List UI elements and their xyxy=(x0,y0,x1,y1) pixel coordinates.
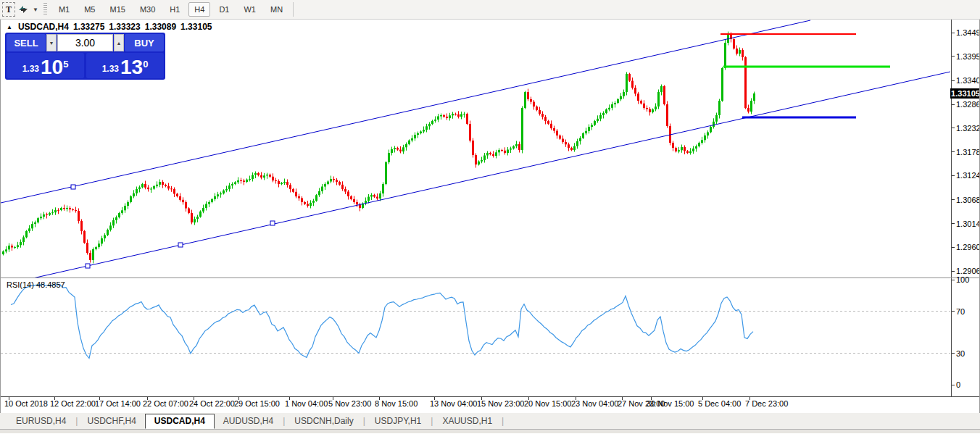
time-axis-label: 20 Nov 15:00 xyxy=(524,399,571,408)
rsi-tick-label: 30 xyxy=(956,349,965,358)
timeframe-button-w1[interactable]: W1 xyxy=(238,2,262,17)
time-axis-label: 15 Nov 23:00 xyxy=(477,399,524,408)
time-axis-label: 7 Dec 23:00 xyxy=(745,399,788,408)
quote-close: 1.33105 xyxy=(180,22,212,32)
price-tick-label: 1.34495 xyxy=(956,28,980,37)
price-tick-mark xyxy=(952,56,955,57)
sell-price-point: 5 xyxy=(63,59,68,70)
rsi-tick-label: 0 xyxy=(956,380,960,389)
price-tick-label: 1.29605 xyxy=(956,243,980,251)
timeframe-button-h1[interactable]: H1 xyxy=(164,2,186,17)
time-axis-label: 22 Oct 07:00 xyxy=(143,399,188,408)
timeframe-button-m5[interactable]: M5 xyxy=(78,2,101,17)
price-tick-mark xyxy=(952,271,955,272)
time-axis-label: 12 Oct 22:00 xyxy=(50,399,96,408)
quote-high: 1.33323 xyxy=(109,22,140,32)
volume-input[interactable]: 3.00 xyxy=(57,34,113,51)
price-tick-mark xyxy=(952,80,955,81)
quick-trade-arrows-icon[interactable] xyxy=(17,2,30,17)
top-toolbar: T ▼ M1M5M15M30H1H4D1W1MN xyxy=(0,0,980,20)
quote-open: 1.33275 xyxy=(73,22,104,32)
chart-tab-audusd-h4[interactable]: AUDUSD,H4 xyxy=(215,414,282,428)
timeframe-button-mn[interactable]: MN xyxy=(265,2,288,17)
price-tick-label: 1.30145 xyxy=(956,220,980,228)
rsi-tick-mark xyxy=(952,280,955,280)
price-tick-mark xyxy=(952,151,955,152)
price-tick-mark xyxy=(952,33,955,33)
time-axis-label: 17 Oct 14:00 xyxy=(95,399,141,408)
quote-header: ▲ USDCAD,H4 1.33275 1.33323 1.33089 1.33… xyxy=(7,22,212,32)
price-tick-mark xyxy=(952,128,955,128)
tab-separator: | xyxy=(501,416,504,426)
price-tick-mark xyxy=(952,199,955,200)
time-axis-label: 5 Nov 23:00 xyxy=(328,399,371,408)
volume-increase-button[interactable]: ▲ xyxy=(114,34,124,51)
status-strip xyxy=(0,429,980,433)
price-tick-label: 1.31780 xyxy=(956,148,980,157)
pane-divider[interactable] xyxy=(1,277,980,278)
rsi-indicator-label: RSI(14) 48.4857 xyxy=(7,280,65,289)
timeframe-button-m15[interactable]: M15 xyxy=(104,2,130,17)
text-tool-button[interactable]: T xyxy=(2,2,15,17)
time-axis-label: 10 Oct 2018 xyxy=(4,399,48,408)
volume-decrease-button[interactable]: ▼ xyxy=(46,34,57,51)
time-axis-label: 1 Nov 04:00 xyxy=(285,399,328,408)
buy-button[interactable]: BUY xyxy=(125,34,164,51)
rsi-tick-mark xyxy=(952,353,955,354)
rsi-tick-label: 100 xyxy=(956,275,969,284)
price-axis-border xyxy=(951,20,952,396)
price-tick-label: 1.29065 xyxy=(956,267,980,275)
price-tick-label: 1.31240 xyxy=(956,171,980,180)
chart-tab-bar: EURUSD,H4|USDCHF,H4USDCAD,H4AUDUSD,H4|US… xyxy=(0,413,980,433)
price-tick-mark xyxy=(952,247,955,248)
timeframe-button-m1[interactable]: M1 xyxy=(53,2,75,17)
price-tick-label: 1.33955 xyxy=(956,52,980,61)
time-axis-label: 23 Nov 04:00 xyxy=(571,399,618,408)
sell-price-display[interactable]: 1.33 10 5 xyxy=(7,53,84,78)
price-tick-label: 1.32860 xyxy=(956,100,980,109)
current-price-tag: 1.33105 xyxy=(950,88,980,99)
price-tick-label: 1.30685 xyxy=(956,196,980,204)
timeframe-group: M1M5M15M30H1H4D1W1MN xyxy=(51,2,290,17)
toolbar-separator xyxy=(293,2,294,17)
sell-price-main: 1.33 xyxy=(22,64,39,74)
one-click-trading-panel: SELL ▼ 3.00 ▲ BUY 1.33 10 5 1.33 13 0 xyxy=(5,33,165,80)
timeframe-button-m30[interactable]: M30 xyxy=(134,2,161,17)
price-tick-mark xyxy=(952,223,955,224)
chart-tab-usdcad-h4[interactable]: USDCAD,H4 xyxy=(145,414,215,429)
dropdown-caret-icon[interactable]: ▼ xyxy=(30,7,41,13)
time-axis-label: 5 Dec 04:00 xyxy=(698,399,741,408)
rsi-tick-mark xyxy=(952,385,955,385)
time-axis-label: 30 Nov 15:00 xyxy=(647,399,694,408)
collapse-triangle-icon[interactable]: ▲ xyxy=(7,24,12,30)
rsi-tick-label: 70 xyxy=(956,307,965,316)
toolbar-grip[interactable] xyxy=(43,3,47,16)
buy-price-display[interactable]: 1.33 13 0 xyxy=(86,53,164,78)
time-axis-label: 24 Oct 22:00 xyxy=(189,399,235,408)
buy-price-main: 1.33 xyxy=(102,64,119,74)
quote-low: 1.33089 xyxy=(145,22,176,32)
buy-price-pips: 13 xyxy=(120,58,143,77)
symbol-label: USDCAD,H4 xyxy=(18,22,69,32)
chart-window: ▲ USDCAD,H4 1.33275 1.33323 1.33089 1.33… xyxy=(0,20,980,413)
chart-tab-eurusd-h4[interactable]: EURUSD,H4 xyxy=(7,414,75,428)
price-tick-label: 1.32320 xyxy=(956,124,980,133)
rsi-indicator-pane[interactable] xyxy=(1,278,951,396)
timeframe-button-h4[interactable]: H4 xyxy=(188,2,210,17)
time-axis-label: 29 Oct 15:00 xyxy=(234,399,280,408)
chart-tab-usdjpy-h1[interactable]: USDJPY,H1 xyxy=(366,414,430,428)
price-tick-mark xyxy=(952,175,955,176)
price-tick-label: 1.33400 xyxy=(956,76,980,85)
sell-button[interactable]: SELL xyxy=(7,34,46,51)
buy-price-point: 0 xyxy=(143,59,148,70)
price-tick-mark xyxy=(952,104,955,105)
rsi-tick-mark xyxy=(952,311,955,312)
time-axis-label: 13 Nov 04:00 xyxy=(430,399,477,408)
timeframe-button-d1[interactable]: D1 xyxy=(213,2,235,17)
chart-tab-usdcnh-daily[interactable]: USDCNH,Daily xyxy=(286,414,362,428)
time-axis-label: 8 Nov 15:00 xyxy=(375,399,418,408)
sell-price-pips: 10 xyxy=(41,58,63,77)
chart-tab-usdchf-h4[interactable]: USDCHF,H4 xyxy=(78,414,144,428)
chart-tab-xauusd-h1[interactable]: XAUUSD,H1 xyxy=(433,414,501,428)
